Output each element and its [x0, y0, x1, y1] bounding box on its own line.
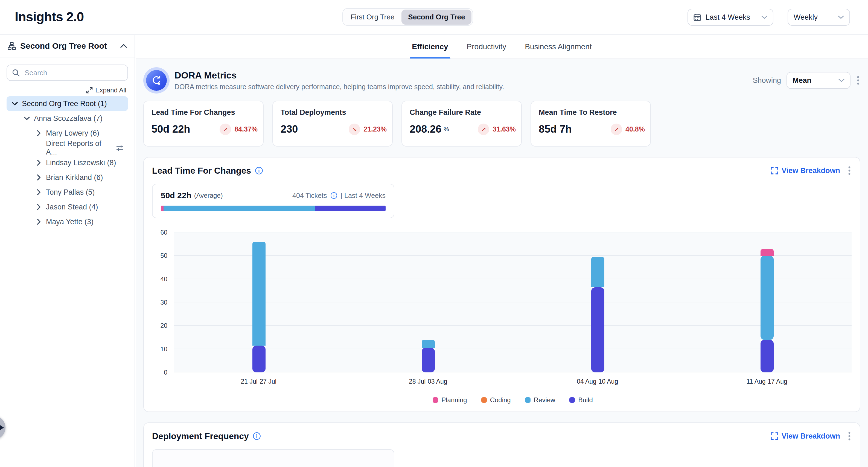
search-icon [12, 69, 20, 76]
legend-swatch [569, 397, 575, 403]
view-breakdown-label: View Breakdown [782, 166, 840, 175]
deployment-view-breakdown-button[interactable]: View Breakdown [771, 432, 840, 440]
delta-indicator: ↗ 31.63% [478, 124, 516, 135]
lead-time-kebab-menu[interactable] [847, 165, 851, 176]
legend-item-planning[interactable]: Planning [433, 396, 467, 404]
legend-item-review[interactable]: Review [525, 396, 555, 404]
deployment-summary-card [152, 449, 394, 467]
y-tick-label: 30 [160, 299, 167, 306]
x-tick-label: 21 Jul-27 Jul [174, 378, 343, 385]
chevron-right-icon[interactable] [35, 130, 43, 136]
toggle-second-org-tree[interactable]: Second Org Tree [401, 9, 471, 25]
gridline [174, 232, 851, 232]
bar-segment-build [591, 287, 604, 372]
app-title: Insights 2.0 [15, 9, 84, 24]
info-icon[interactable] [330, 192, 338, 199]
dora-kebab-menu[interactable] [856, 75, 860, 86]
expand-corners-icon [771, 167, 778, 175]
trend-arrow-icon: ↗ [220, 124, 231, 135]
delta-indicator: ↘ 21.23% [349, 124, 387, 135]
lead-time-view-breakdown-button[interactable]: View Breakdown [771, 166, 840, 175]
period-dropdown[interactable]: Last 4 Weeks [687, 9, 773, 26]
gridline [174, 349, 851, 349]
period-dropdown-value: Last 4 Weeks [706, 13, 750, 22]
gridline [174, 325, 851, 325]
chevron-right-icon[interactable] [35, 175, 43, 181]
calendar-icon [693, 13, 701, 21]
bar-segment-review [422, 340, 435, 348]
tab-productivity[interactable]: Productivity [467, 35, 506, 59]
chevron-right-icon[interactable] [35, 204, 43, 210]
gridline [174, 302, 851, 302]
card-mean-time-to-restore: Mean Time To Restore 85d 7h ↗ 40.8% [530, 101, 651, 147]
card-value-suffix: % [443, 126, 449, 133]
legend-swatch [525, 397, 530, 403]
tab-efficiency[interactable]: Efficiency [412, 35, 448, 59]
showing-select[interactable]: Mean [786, 72, 850, 89]
delta-percent: 40.8% [625, 125, 645, 133]
toggle-first-org-tree[interactable]: First Org Tree [344, 9, 401, 25]
tree-item-direct-reports[interactable]: Direct Reports of A... [6, 141, 128, 155]
tree-item-mary-lowery[interactable]: Mary Lowery (6) [6, 126, 128, 141]
tree-item-second-org-tree-root[interactable]: Second Org Tree Root (1) [6, 96, 128, 111]
bar-segment-planning [761, 249, 774, 256]
bar-segment-build [761, 340, 774, 372]
showing-label: Showing [753, 76, 781, 85]
tree-item-brian-kirkland[interactable]: Brian Kirkland (6) [6, 170, 128, 185]
granularity-dropdown[interactable]: Weekly [787, 9, 850, 26]
legend-label: Coding [490, 396, 511, 404]
tree-item-tony-pallas[interactable]: Tony Pallas (5) [6, 185, 128, 199]
summary-bar-segment-planning [161, 206, 163, 211]
chevron-down-icon [761, 15, 767, 19]
delta-indicator: ↗ 84.37% [220, 124, 258, 135]
legend-label: Review [534, 396, 555, 404]
showing-select-value: Mean [793, 76, 811, 85]
granularity-dropdown-value: Weekly [794, 13, 818, 22]
tree-item-anna-scozzafava[interactable]: Anna Scozzafava (7) [6, 111, 128, 126]
top-header: Insights 2.0 First Org Tree Second Org T… [0, 0, 868, 35]
chevron-down-icon[interactable] [11, 102, 19, 105]
chevron-down-icon[interactable] [23, 117, 31, 120]
legend-item-build[interactable]: Build [569, 396, 593, 404]
sidebar-collapse-button[interactable] [120, 44, 127, 48]
org-chart-icon [8, 42, 16, 50]
tab-business-alignment[interactable]: Business Alignment [525, 35, 591, 59]
stacked-bar[interactable] [252, 242, 265, 372]
card-change-failure-rate: Change Failure Rate 208.26 % ↗ 31.63% [401, 101, 522, 147]
card-value: 85d 7h [539, 123, 571, 135]
tree-item-label: Brian Kirkland (6) [46, 173, 103, 182]
sidebar: Second Org Tree Root Expand All Second O… [0, 35, 135, 467]
lead-time-legend: PlanningCodingReviewBuild [174, 396, 851, 404]
tree-item-label: Maya Yette (3) [46, 218, 94, 226]
org-tree-toggle: First Org Tree Second Org Tree [342, 8, 473, 26]
expand-all-button[interactable]: Expand All [86, 86, 126, 94]
tree-item-label: Direct Reports of A... [46, 139, 113, 156]
card-title: Change Failure Rate [410, 108, 516, 117]
deployment-frequency-title: Deployment Frequency [152, 431, 249, 441]
gridline [174, 279, 851, 279]
filter-sliders-icon[interactable] [116, 144, 124, 152]
chevron-right-icon[interactable] [35, 219, 43, 225]
bar-segment-review [761, 256, 774, 340]
tree-item-lindsay-liszewski[interactable]: Lindsay Liszewski (8) [6, 155, 128, 170]
stacked-bar[interactable] [422, 340, 434, 372]
deployment-kebab-menu[interactable] [847, 431, 851, 442]
card-title: Lead Time For Changes [152, 108, 258, 117]
lead-time-xlabels: 21 Jul-27 Jul28 Jul-03 Aug04 Aug-10 Aug1… [174, 378, 851, 385]
tree-item-maya-yette[interactable]: Maya Yette (3) [6, 214, 128, 229]
stacked-bar[interactable] [591, 257, 604, 372]
tree-item-jason-stead[interactable]: Jason Stead (4) [6, 199, 128, 214]
chevron-right-icon[interactable] [35, 189, 43, 195]
stacked-bar[interactable] [761, 249, 773, 372]
y-tick-label: 0 [164, 369, 167, 376]
legend-item-coding[interactable]: Coding [481, 396, 511, 404]
card-value: 230 [281, 123, 298, 135]
trend-arrow-icon: ↗ [478, 124, 489, 135]
info-icon[interactable] [255, 166, 263, 175]
chevron-right-icon[interactable] [35, 160, 43, 166]
expand-corners-icon [771, 432, 778, 440]
y-tick-label: 60 [160, 229, 167, 236]
sidebar-header: Second Org Tree Root [0, 35, 134, 57]
info-icon[interactable] [253, 432, 261, 440]
search-input[interactable] [6, 65, 128, 81]
